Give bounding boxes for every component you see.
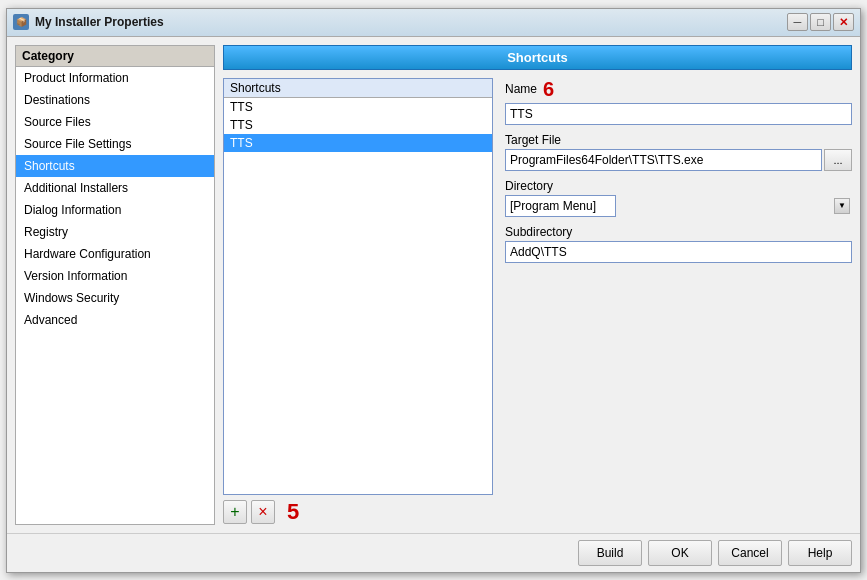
directory-field-group: Directory [Program Menu] ▼ [505, 179, 852, 217]
app-icon: 📦 [13, 14, 29, 30]
build-button[interactable]: Build [578, 540, 642, 566]
close-button[interactable]: ✕ [833, 13, 854, 31]
content-area: Category Product Information Destination… [7, 37, 860, 533]
sidebar-item-registry[interactable]: Registry [16, 221, 214, 243]
subdirectory-label-text: Subdirectory [505, 225, 572, 239]
browse-button[interactable]: ... [824, 149, 852, 171]
list-item[interactable]: TTS [224, 116, 492, 134]
target-file-input[interactable] [505, 149, 822, 171]
help-button[interactable]: Help [788, 540, 852, 566]
minimize-button[interactable]: ─ [787, 13, 808, 31]
shortcuts-listbox[interactable]: Shortcuts TTS TTS TTS [223, 78, 493, 495]
sidebar-item-hardware-configuration[interactable]: Hardware Configuration [16, 243, 214, 265]
name-label-text: Name [505, 82, 537, 96]
sidebar-item-dialog-information[interactable]: Dialog Information [16, 199, 214, 221]
name-field-group: Name 6 [505, 78, 852, 125]
name-label: Name 6 [505, 78, 852, 101]
title-bar-buttons: ─ □ ✕ [787, 13, 854, 31]
bottom-bar: Build OK Cancel Help [7, 533, 860, 572]
list-item[interactable]: TTS [224, 98, 492, 116]
directory-select-wrapper: [Program Menu] ▼ [505, 195, 852, 217]
subdirectory-input[interactable] [505, 241, 852, 263]
subdirectory-field-group: Subdirectory [505, 225, 852, 263]
sidebar-item-version-information[interactable]: Version Information [16, 265, 214, 287]
subdirectory-label: Subdirectory [505, 225, 852, 239]
list-controls: + × 5 [223, 499, 493, 525]
list-item-selected[interactable]: TTS [224, 134, 492, 152]
maximize-button[interactable]: □ [810, 13, 831, 31]
target-file-label: Target File [505, 133, 852, 147]
sidebar-item-windows-security[interactable]: Windows Security [16, 287, 214, 309]
sidebar-item-advanced[interactable]: Advanced [16, 309, 214, 331]
directory-select[interactable]: [Program Menu] [505, 195, 616, 217]
sidebar-item-product-information[interactable]: Product Information [16, 67, 214, 89]
sidebar-item-destinations[interactable]: Destinations [16, 89, 214, 111]
sidebar: Category Product Information Destination… [15, 45, 215, 525]
main-window: 📦 My Installer Properties ─ □ ✕ Category… [6, 8, 861, 573]
shortcuts-list-panel: Shortcuts TTS TTS TTS + × 5 [223, 78, 493, 525]
ok-button[interactable]: OK [648, 540, 712, 566]
remove-shortcut-button[interactable]: × [251, 500, 275, 524]
cancel-button[interactable]: Cancel [718, 540, 782, 566]
sidebar-item-source-file-settings[interactable]: Source File Settings [16, 133, 214, 155]
target-file-row: ... [505, 149, 852, 171]
sidebar-item-shortcuts[interactable]: Shortcuts [16, 155, 214, 177]
sidebar-item-additional-installers[interactable]: Additional Installers [16, 177, 214, 199]
panel-body: Shortcuts TTS TTS TTS + × 5 [223, 78, 852, 525]
target-file-label-text: Target File [505, 133, 561, 147]
listbox-header: Shortcuts [224, 79, 492, 98]
directory-label-text: Directory [505, 179, 553, 193]
properties-panel: Name 6 Target File ... [505, 78, 852, 525]
sidebar-item-source-files[interactable]: Source Files [16, 111, 214, 133]
add-shortcut-button[interactable]: + [223, 500, 247, 524]
directory-row: [Program Menu] ▼ [505, 195, 852, 217]
sidebar-category-header: Category [16, 46, 214, 67]
target-file-field-group: Target File ... [505, 133, 852, 171]
main-panel: Shortcuts Shortcuts TTS TTS TTS + × 5 [223, 45, 852, 525]
window-title: My Installer Properties [35, 15, 787, 29]
title-bar: 📦 My Installer Properties ─ □ ✕ [7, 9, 860, 37]
name-input[interactable] [505, 103, 852, 125]
name-counter: 6 [543, 78, 554, 101]
list-counter: 5 [287, 499, 299, 525]
chevron-down-icon: ▼ [834, 198, 850, 214]
panel-header: Shortcuts [223, 45, 852, 70]
directory-label: Directory [505, 179, 852, 193]
